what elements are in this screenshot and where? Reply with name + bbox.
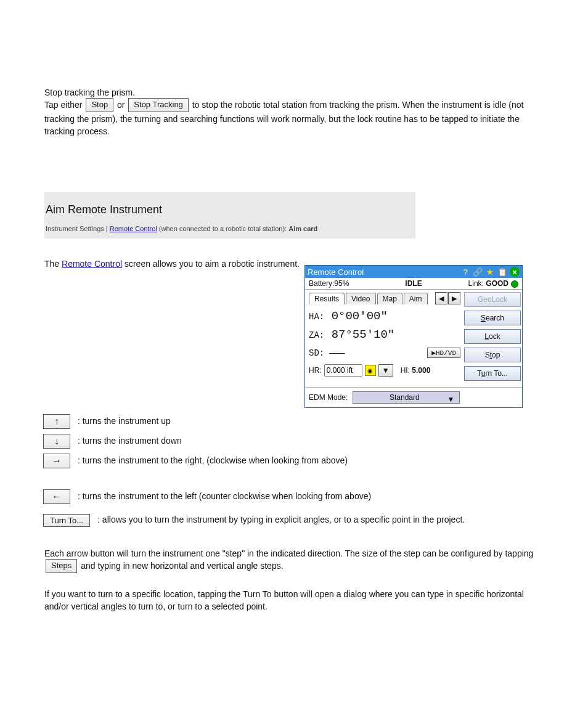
edm-label: EDM Mode: (309, 393, 348, 402)
hr-label: HR: (309, 366, 322, 375)
key-down-line: ↓ : turns the instrument down (43, 434, 182, 449)
tab-scroll-right-icon[interactable]: ▶ (448, 292, 460, 304)
text: to stop the robotic total station from t… (44, 100, 523, 136)
titlebar: Remote Control ? 🔗 ★ 📋 × (305, 266, 522, 278)
steps-paragraph: Each arrow button will turn the instrume… (44, 547, 544, 574)
stop-tracking-body: Tap either Stop or Stop Tracking to stop… (44, 99, 544, 137)
key-turnto-line: Turn To... : allows you to turn the inst… (43, 514, 536, 527)
lock-button[interactable]: Lock (464, 329, 521, 344)
key-right-line: → : turns the instrument to the right, (… (43, 454, 536, 468)
tab-results[interactable]: Results (309, 293, 345, 304)
heading-title: Aim Remote Instrument (46, 203, 409, 216)
star-icon[interactable]: ★ (485, 267, 495, 277)
geolock-button: GeoLock (464, 292, 521, 307)
arrow-left-icon[interactable]: ← (43, 489, 70, 504)
search-button[interactable]: Search (464, 311, 521, 325)
remote-control-window: Remote Control ? 🔗 ★ 📋 × Battery:95% IDL… (304, 265, 523, 408)
ha-readout: HA: 0°00'00" (309, 309, 460, 323)
text: Instrument Settings (46, 225, 104, 232)
intro-line: The Remote Control screen allows you to … (44, 259, 300, 269)
arrow-up-icon[interactable]: ↑ (43, 414, 70, 429)
status-bar: Battery:95% IDLE Link: GOOD (305, 278, 522, 290)
clipboard-icon[interactable]: 📋 (497, 267, 507, 277)
text: (when connected to a robotic total stati… (157, 225, 288, 232)
hr-line: HR: ◉ ▼ HI: 5.000 (309, 364, 460, 377)
edm-mode-select[interactable]: Standard ▼ (353, 391, 460, 404)
tab-aim[interactable]: Aim (404, 293, 428, 304)
stop-button-inline[interactable]: Stop (86, 98, 113, 112)
turnto-paragraph: If you want to turn to a specific locati… (44, 588, 544, 613)
tab-bar: Results Video Map Aim ◀ ▶ (309, 292, 460, 304)
tab-nav: ◀ ▶ (435, 292, 460, 304)
state-label: IDLE (378, 279, 448, 288)
help-icon[interactable]: ? (460, 267, 470, 277)
hi-label: HI: 5.000 (401, 366, 431, 375)
text: Tap either (44, 100, 84, 110)
za-readout: ZA: 87°55'10" (309, 328, 460, 341)
link-label: Link: GOOD (449, 279, 518, 288)
hr-list-icon[interactable]: ◉ (365, 365, 376, 376)
turn-to-button[interactable]: Turn To... (464, 366, 521, 381)
stop-tracking-heading: Stop tracking the prism. (44, 86, 544, 99)
tab-video[interactable]: Video (346, 293, 375, 304)
right-button-column: GeoLock Search Lock Stop Turn To... (464, 290, 522, 387)
turn-to-button-inline[interactable]: Turn To... (43, 514, 90, 527)
tab-scroll-left-icon[interactable]: ◀ (435, 292, 447, 304)
arrow-right-icon[interactable]: → (43, 454, 70, 468)
aim-remote-heading-box: Aim Remote Instrument Instrument Setting… (44, 192, 415, 238)
hr-input[interactable] (324, 364, 362, 377)
tool-icon[interactable]: 🔗 (473, 267, 483, 277)
steps-button-inline[interactable]: Steps (46, 559, 77, 573)
hr-dropdown-icon[interactable]: ▼ (378, 364, 393, 377)
key-left-line: ← : turns the instrument to the left (co… (43, 489, 536, 504)
remote-control-link-2[interactable]: Remote Control (62, 259, 122, 269)
key-up-line: ↑ : turns the instrument up (43, 414, 171, 429)
heading-source: Instrument Settings | Remote Control (wh… (46, 225, 409, 232)
stop-button[interactable]: Stop (464, 348, 521, 362)
chevron-down-icon: ▼ (447, 395, 454, 404)
window-title: Remote Control (308, 267, 458, 277)
sd-line: SD: ——— ▶HD/VD (309, 348, 460, 358)
arrow-down-icon[interactable]: ↓ (43, 434, 70, 449)
close-icon[interactable]: × (510, 267, 520, 277)
hdvd-button[interactable]: ▶HD/VD (427, 348, 460, 358)
edm-row: EDM Mode: Standard ▼ (305, 387, 522, 407)
remote-control-link[interactable]: Remote Control (110, 225, 157, 232)
link-dot-icon (511, 280, 518, 288)
text-bold: Aim card (288, 225, 317, 232)
text: or (117, 100, 127, 110)
battery-label: Battery:95% (309, 279, 378, 288)
tab-map[interactable]: Map (377, 293, 402, 304)
stop-tracking-button-inline[interactable]: Stop Tracking (128, 98, 189, 112)
